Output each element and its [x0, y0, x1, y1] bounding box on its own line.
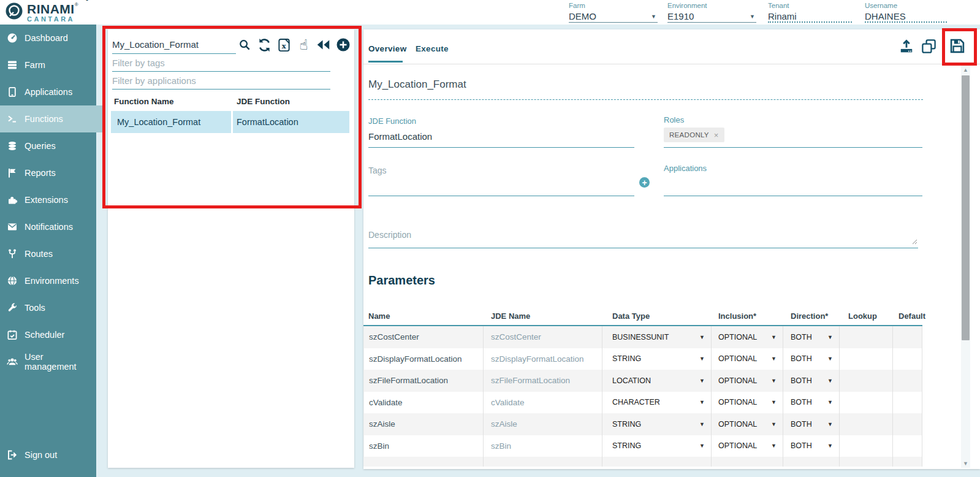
sidebar-item-queries[interactable]: Queries [0, 132, 96, 159]
sidebar-item-user-management[interactable]: User management [0, 348, 96, 375]
dropdown-arrow-icon[interactable]: ▼ [750, 13, 756, 20]
brand-logo: RINAMI® ˘ CANTARA [5, 2, 78, 23]
scrollbar-down-arrow[interactable]: ▼ [961, 459, 970, 468]
filter-by-applications-input[interactable] [112, 72, 330, 90]
param-inclusion-cell[interactable]: OPTIONAL▼ [712, 348, 783, 370]
functions-icon [6, 113, 18, 125]
vertical-scrollbar[interactable]: ▲ ▼ [961, 66, 970, 468]
dropdown-arrow-icon: ▼ [771, 356, 777, 362]
detail-toolbar: Overview Execute [363, 29, 980, 64]
param-data-type-cell[interactable]: LOCATION▼ [602, 370, 712, 392]
param-direction-cell[interactable]: BOTH▼ [783, 348, 840, 370]
applications-field[interactable]: Applications [664, 164, 922, 196]
upload-button[interactable] [897, 36, 916, 56]
roles-field[interactable]: Roles READONLY× [664, 115, 922, 148]
sidebar-item-environments[interactable]: Environments [0, 267, 96, 294]
param-inclusion-cell[interactable]: OPTIONAL▼ [712, 326, 783, 348]
param-direction-cell[interactable]: BOTH▼ [783, 392, 840, 414]
sidebar-item-tools[interactable]: Tools [0, 294, 96, 321]
sidebar-item-routes[interactable]: Routes [0, 240, 96, 267]
param-lookup-cell [840, 435, 893, 457]
header-field-value: DHAINES [865, 11, 906, 21]
param-inclusion-cell[interactable]: OPTIONAL▼ [712, 435, 783, 457]
scrollbar-thumb[interactable] [962, 75, 970, 340]
reports-icon [6, 167, 18, 179]
function-search-input[interactable] [112, 36, 236, 54]
param-data-type-cell[interactable]: CHARACTER▼ [602, 392, 712, 414]
param-inclusion-cell[interactable]: OPTIONAL▼ [712, 370, 783, 392]
copy-button[interactable] [919, 36, 938, 56]
scrollbar-up-arrow[interactable]: ▲ [961, 66, 970, 74]
sidebar-item-reports[interactable]: Reports [0, 159, 96, 186]
sidebar-item-applications[interactable]: Applications [0, 78, 96, 105]
roles-chip-list: READONLY× [664, 128, 922, 142]
chip-remove-icon[interactable]: × [714, 131, 719, 139]
dropdown-arrow-icon: ▼ [827, 443, 833, 449]
param-direction-cell[interactable]: BOTH▼ [783, 435, 840, 457]
param-column-header: Inclusion* [712, 311, 783, 321]
param-column-header: JDE Name [484, 311, 602, 321]
sidebar-item-notifications[interactable]: Notifications [0, 213, 96, 240]
param-data-type-cell[interactable]: STRING▼ [602, 413, 712, 435]
sidebar-item-sign-out[interactable]: Sign out [0, 441, 96, 468]
header-field-value: Rinami [768, 11, 797, 21]
sidebar-item-label: Farm [25, 60, 45, 70]
excel-export-icon[interactable]: x [276, 37, 292, 53]
header-field-label: Environment [667, 2, 756, 9]
parameter-row-partial [363, 457, 922, 467]
function-list-row[interactable]: My_Location_FormatFormatLocation [108, 111, 354, 133]
dropdown-arrow-icon: ▼ [771, 421, 777, 427]
dropdown-arrow-icon: ▼ [699, 334, 705, 340]
param-data-type-cell[interactable]: STRING▼ [602, 435, 712, 457]
sidebar-item-label: Extensions [25, 195, 68, 205]
tags-field[interactable]: Tags [368, 166, 634, 196]
param-column-header: Name [363, 311, 484, 321]
sidebar-item-extensions[interactable]: Extensions [0, 186, 96, 213]
tab-overview[interactable]: Overview [368, 44, 406, 53]
jde-function-value: FormatLocation [368, 131, 634, 142]
tab-execute[interactable]: Execute [416, 44, 449, 53]
filter-by-tags-input[interactable] [112, 55, 330, 72]
brand-name: RINAMI [27, 2, 75, 16]
search-icon[interactable] [237, 37, 253, 53]
pointer-icon[interactable]: ☝ [296, 37, 311, 53]
jde-function-field[interactable]: JDE Function FormatLocation [368, 116, 634, 148]
function-name-cell: My_Location_Format [111, 111, 231, 133]
dropdown-arrow-icon: ▼ [699, 443, 705, 449]
top-bar: RINAMI® ˘ CANTARA FarmDEMO▼EnvironmentE1… [0, 0, 980, 25]
brand-registered-mark: ® [75, 2, 78, 7]
sidebar-item-farm[interactable]: Farm [0, 52, 96, 78]
param-jde-name-cell: szCostCenter [484, 326, 602, 348]
header-field-environment[interactable]: EnvironmentE1910▼ [667, 2, 756, 23]
save-button[interactable] [948, 36, 967, 56]
tools-icon [6, 302, 18, 314]
sidebar-item-functions[interactable]: Functions [0, 105, 103, 132]
parameter-row: szAisleszAisleSTRING▼OPTIONAL▼BOTH▼ [363, 413, 922, 435]
sidebar-item-dashboard[interactable]: Dashboard [0, 25, 96, 52]
function-name-column-header: Function Name [111, 97, 233, 106]
param-direction-cell[interactable]: BOTH▼ [783, 370, 840, 392]
tags-label: Tags [368, 166, 634, 175]
description-field[interactable]: Description [368, 230, 918, 248]
param-column-header: Direction* [783, 311, 840, 321]
param-data-type-cell[interactable]: BUSINESSUNIT▼ [602, 326, 712, 348]
role-chip: READONLY× [664, 128, 724, 142]
sidebar-item-scheduler[interactable]: Scheduler [0, 321, 96, 348]
parameters-table-header: NameJDE NameData TypeInclusion*Direction… [363, 307, 922, 326]
dropdown-arrow-icon[interactable]: ▼ [651, 13, 658, 20]
add-icon[interactable] [335, 37, 351, 53]
sidebar-item-label: Dashboard [25, 33, 68, 43]
rewind-icon[interactable] [316, 37, 331, 53]
add-tag-button[interactable]: + [639, 177, 650, 188]
function-name-field[interactable]: My_Location_Format [368, 78, 923, 100]
param-data-type-cell[interactable]: STRING▼ [602, 348, 712, 370]
param-inclusion-cell[interactable]: OPTIONAL▼ [712, 392, 783, 414]
param-inclusion-cell[interactable]: OPTIONAL▼ [712, 413, 783, 435]
dropdown-arrow-icon: ▼ [827, 421, 833, 427]
textarea-resize-handle[interactable] [912, 236, 917, 247]
header-field-farm[interactable]: FarmDEMO▼ [569, 2, 658, 23]
refresh-icon[interactable] [257, 37, 272, 53]
param-direction-cell[interactable]: BOTH▼ [783, 326, 840, 348]
param-direction-cell[interactable]: BOTH▼ [783, 413, 840, 435]
dropdown-arrow-icon: ▼ [827, 334, 833, 340]
